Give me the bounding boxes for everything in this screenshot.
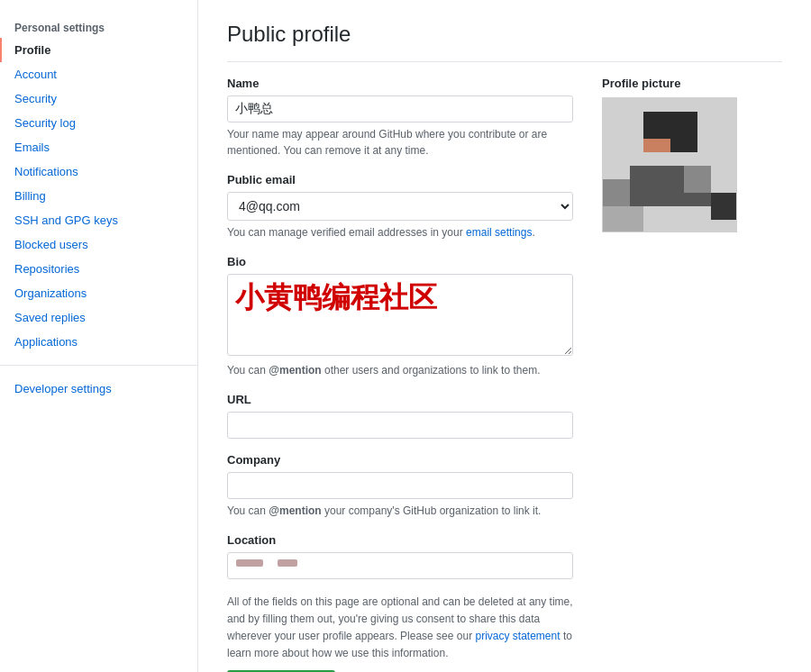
svg-rect-3 (657, 139, 670, 152)
company-input[interactable] (227, 472, 573, 499)
sidebar-item-security-log[interactable]: Security log (0, 111, 197, 135)
sidebar-item-developer-settings[interactable]: Developer settings (0, 377, 197, 401)
page-title: Public profile (227, 22, 782, 62)
sidebar-section-personal: Personal settings (0, 14, 197, 38)
svg-rect-8 (684, 166, 711, 193)
sidebar-item-blocked-users[interactable]: Blocked users (0, 232, 197, 257)
sidebar-item-saved-replies[interactable]: Saved replies (0, 305, 197, 330)
sidebar: Personal settings Profile Account Securi… (0, 0, 198, 672)
sidebar-item-notifications[interactable]: Notifications (0, 159, 197, 184)
footer-note: All of the fields on this page are optio… (227, 594, 573, 663)
main-content: Public profile Name Your name may appear… (198, 0, 811, 672)
bio-group: Bio 小黄鸭编程社区 You can @mention other users… (227, 255, 573, 378)
email-select[interactable]: 4@qq.com (227, 192, 573, 221)
url-label: URL (227, 393, 573, 406)
sidebar-item-security[interactable]: Security (0, 86, 197, 111)
company-group: Company You can @mention your company's … (227, 453, 573, 519)
profile-picture-image[interactable] (602, 97, 737, 232)
location-group: Location (227, 533, 573, 579)
name-hint: Your name may appear around GitHub where… (227, 126, 573, 159)
email-group: Public email 4@qq.com You can manage ver… (227, 173, 573, 241)
svg-rect-5 (603, 179, 630, 206)
svg-rect-2 (643, 139, 657, 152)
company-hint-prefix: You can (227, 504, 266, 517)
company-hint: You can @mention your company's GitHub o… (227, 503, 573, 519)
url-input[interactable] (227, 412, 573, 439)
company-hint-suffix: your company's GitHub organization to li… (324, 504, 541, 517)
privacy-link[interactable]: privacy statement (476, 630, 560, 642)
bio-hint-prefix: You can (227, 364, 266, 377)
company-hint-mention: @mention (269, 504, 321, 517)
bio-label: Bio (227, 255, 573, 268)
svg-rect-7 (603, 206, 643, 232)
bio-hint-suffix: other users and organizations to link to… (324, 364, 540, 377)
email-hint: You can manage verified email addresses … (227, 224, 573, 241)
profile-picture-label: Profile picture (602, 77, 782, 90)
email-hint-text: You can manage verified email addresses … (227, 226, 463, 239)
sidebar-item-applications[interactable]: Applications (0, 330, 197, 354)
bio-input[interactable]: 小黄鸭编程社区 (227, 274, 573, 356)
email-settings-link[interactable]: email settings (466, 226, 532, 239)
sidebar-item-organizations[interactable]: Organizations (0, 281, 197, 305)
sidebar-item-repositories[interactable]: Repositories (0, 257, 197, 281)
profile-picture-area: Profile picture (602, 77, 782, 672)
bio-hint-mention: @mention (269, 364, 321, 377)
svg-rect-6 (711, 193, 737, 220)
sidebar-item-profile[interactable]: Profile (0, 38, 197, 62)
form-area: Name Your name may appear around GitHub … (227, 77, 573, 672)
sidebar-divider (0, 365, 197, 366)
sidebar-item-account[interactable]: Account (0, 62, 197, 86)
name-group: Name Your name may appear around GitHub … (227, 77, 573, 159)
sidebar-item-ssh-gpg[interactable]: SSH and GPG keys (0, 208, 197, 232)
sidebar-item-billing[interactable]: Billing (0, 184, 197, 208)
bio-hint: You can @mention other users and organiz… (227, 362, 573, 378)
content-layout: Name Your name may appear around GitHub … (227, 77, 782, 672)
location-label: Location (227, 533, 573, 547)
name-label: Name (227, 77, 573, 90)
company-label: Company (227, 453, 573, 467)
url-group: URL (227, 393, 573, 439)
name-input[interactable] (227, 95, 573, 123)
sidebar-item-emails[interactable]: Emails (0, 135, 197, 159)
email-label: Public email (227, 173, 573, 186)
